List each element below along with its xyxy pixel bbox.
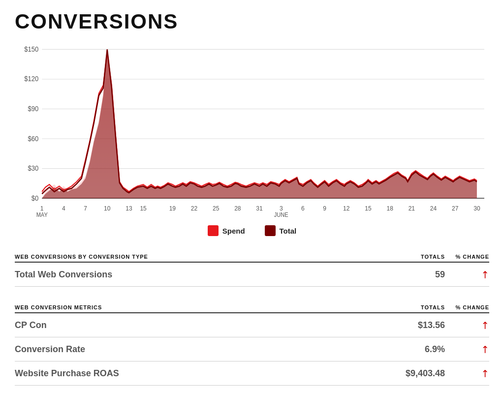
table2-header: WEB CONVERSION METRICS TOTALS % CHANGE [15,301,489,313]
svg-text:$60: $60 [28,134,38,143]
legend-total-label: Total [280,227,297,235]
row1-change: ↗ [445,269,489,280]
svg-text:18: 18 [386,204,393,212]
chart-svg: $150 $120 $90 $60 $30 $0 1 MAY 4 7 10 13… [15,38,489,220]
legend-spend-label: Spend [222,227,245,235]
svg-text:$30: $30 [28,164,38,172]
conversion-rate-change: ↗ [445,343,489,355]
svg-text:3: 3 [280,204,283,212]
table-row: CP Con $13.56 ↗ [15,313,489,337]
svg-text:4: 4 [62,204,65,212]
table1-header-right: TOTALS % CHANGE [396,254,489,260]
page-title: CONVERSIONS [15,10,489,33]
cpcon-change: ↗ [445,319,489,331]
legend-spend: Spend [208,225,245,236]
table1-header: WEB CONVERSIONS BY CONVERSION TYPE TOTAL… [15,251,489,263]
svg-text:9: 9 [323,204,326,212]
row1-label: Total Web Conversions [15,270,112,280]
svg-text:31: 31 [256,204,262,212]
svg-text:$120: $120 [24,75,38,83]
svg-text:6: 6 [301,204,305,212]
table2-change-header: % CHANGE [445,304,489,310]
table-row: Website Purchase ROAS $9,403.48 ↗ [15,361,489,386]
cpcon-value: $13.56 [396,320,445,330]
roas-value: $9,403.48 [396,368,445,379]
arrow-up-icon: ↗ [478,366,492,381]
table-row: Total Web Conversions 59 ↗ [15,263,489,287]
svg-text:MAY: MAY [36,211,48,218]
web-metrics-table: WEB CONVERSION METRICS TOTALS % CHANGE C… [15,301,489,386]
table1-header-left: WEB CONVERSIONS BY CONVERSION TYPE [15,254,148,260]
svg-text:$0: $0 [32,194,39,202]
svg-text:22: 22 [191,204,197,212]
table1-change-header: % CHANGE [445,254,489,260]
svg-text:27: 27 [452,204,458,212]
svg-text:$90: $90 [28,104,38,113]
roas-change: ↗ [445,367,489,379]
svg-text:1: 1 [40,204,44,212]
svg-text:13: 13 [126,204,132,212]
svg-text:12: 12 [343,204,349,212]
cpcon-label: CP Con [15,320,47,330]
svg-text:25: 25 [213,204,219,212]
svg-text:24: 24 [430,204,437,212]
svg-text:30: 30 [473,204,480,212]
svg-text:7: 7 [84,204,87,212]
svg-text:19: 19 [169,204,176,212]
chart-container: $150 $120 $90 $60 $30 $0 1 MAY 4 7 10 13… [15,38,489,220]
table2-header-right: TOTALS % CHANGE [396,304,489,310]
arrow-up-icon: ↗ [478,318,492,332]
conversion-rate-label: Conversion Rate [15,344,85,355]
svg-text:15: 15 [140,204,146,212]
legend-total-box [265,225,276,236]
svg-text:28: 28 [234,204,241,212]
table-row: Conversion Rate 6.9% ↗ [15,337,489,361]
arrow-up-icon: ↗ [478,268,492,282]
legend-spend-box [208,225,219,236]
table1-totals-header: TOTALS [396,254,445,260]
legend-total: Total [265,225,297,236]
chart-legend: Spend Total [15,225,489,236]
conversion-rate-value: 6.9% [396,344,445,355]
web-conversions-table: WEB CONVERSIONS BY CONVERSION TYPE TOTAL… [15,251,489,287]
svg-text:JUNE: JUNE [274,211,288,218]
roas-label: Website Purchase ROAS [15,368,119,379]
svg-text:15: 15 [365,204,371,212]
svg-text:$150: $150 [24,45,38,53]
row1-value: 59 [396,270,445,280]
svg-text:21: 21 [409,204,415,212]
arrow-up-icon: ↗ [478,342,492,357]
svg-text:10: 10 [104,204,110,212]
table2-totals-header: TOTALS [396,304,445,310]
table2-header-left: WEB CONVERSION METRICS [15,304,102,310]
